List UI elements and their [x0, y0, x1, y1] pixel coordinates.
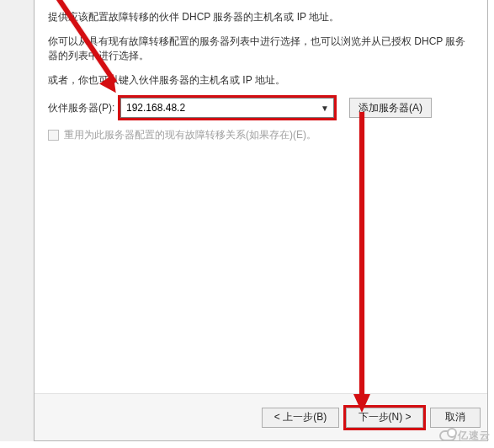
reuse-label: 重用为此服务器配置的现有故障转移关系(如果存在)(E)。	[64, 128, 316, 142]
cloud-icon	[439, 430, 456, 441]
window-left-strip	[0, 0, 34, 441]
annotation-arrow-2-line	[359, 112, 364, 397]
annotation-arrow-2-head	[353, 394, 370, 413]
partner-server-value: 192.168.48.2	[126, 102, 320, 114]
wizard-button-bar: < 上一步(B) 下一步(N) > 取消	[35, 393, 487, 440]
reuse-checkbox[interactable]	[48, 130, 59, 141]
watermark: 亿速云	[439, 429, 491, 443]
cancel-button[interactable]: 取消	[430, 408, 481, 428]
back-button[interactable]: < 上一步(B)	[262, 408, 339, 428]
dropdown-arrow-icon: ▼	[320, 104, 330, 113]
partner-server-label: 伙伴服务器(P):	[48, 101, 120, 115]
partner-server-row: 伙伴服务器(P): 192.168.48.2 ▼ 添加服务器(A)	[48, 98, 474, 118]
reuse-relationship-row: 重用为此服务器配置的现有故障转移关系(如果存在)(E)。	[48, 128, 474, 142]
partner-server-combobox[interactable]: 192.168.48.2 ▼	[120, 98, 334, 118]
instruction-text-1: 提供应该配置故障转移的伙伴 DHCP 服务器的主机名或 IP 地址。	[48, 10, 474, 24]
watermark-label: 亿速云	[458, 429, 491, 443]
instruction-text-2: 你可以从具有现有故障转移配置的服务器列表中进行选择，也可以浏览并从已授权 DHC…	[48, 35, 474, 63]
